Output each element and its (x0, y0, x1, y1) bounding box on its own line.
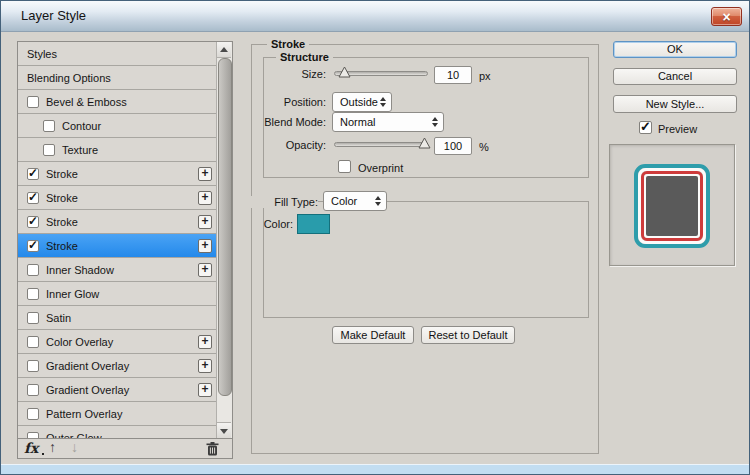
sidebar-item-texture-4[interactable]: Texture (18, 138, 217, 162)
overprint-checkbox[interactable] (338, 160, 351, 173)
sidebar-item-stroke-8[interactable]: ✓ Stroke + (18, 234, 217, 258)
sidebar-item-satin-11[interactable]: Satin (18, 306, 217, 330)
duplicate-effect-button[interactable]: + (198, 335, 212, 349)
sidebar-item-color-overlay-12[interactable]: Color Overlay + (18, 330, 217, 354)
sidebar-item-gradient-overlay-14[interactable]: Gradient Overlay + (18, 378, 217, 402)
dropdown-arrows-icon (380, 97, 386, 107)
effect-checkbox[interactable] (27, 264, 39, 276)
fx-menu-button[interactable]: fx (24, 440, 38, 456)
size-label: Size: (253, 68, 326, 80)
structure-group-title: Structure (276, 51, 333, 63)
layer-style-dialog: Layer Style × Styles Blending Options Be… (0, 0, 750, 475)
effects-toolbar: fx ↑ ↓ (17, 438, 233, 459)
size-unit: px (479, 70, 491, 82)
sidebar-item-contour-3[interactable]: Contour (18, 114, 217, 138)
opacity-unit: % (479, 141, 489, 153)
effect-checkbox[interactable] (27, 408, 39, 420)
opacity-input[interactable]: 100 (434, 137, 472, 155)
position-value: Outside (340, 96, 378, 108)
duplicate-effect-button[interactable]: + (198, 215, 212, 229)
stroke-color-swatch[interactable] (297, 214, 330, 234)
close-icon: × (722, 9, 730, 25)
effect-checkbox[interactable] (27, 288, 39, 300)
fill-type-label: Fill Type: (251, 196, 318, 208)
delete-effect-button[interactable] (206, 442, 219, 460)
duplicate-effect-button[interactable]: + (198, 263, 212, 277)
style-list-rows: Styles Blending Options Bevel & Emboss C… (18, 42, 217, 439)
blend-mode-value: Normal (340, 116, 375, 128)
effect-checkbox[interactable] (43, 144, 55, 156)
sidebar-item-stroke-6[interactable]: ✓ Stroke + (18, 186, 217, 210)
sidebar-item-label: Texture (62, 144, 98, 156)
effect-checkbox[interactable] (43, 120, 55, 132)
effect-checkbox[interactable]: ✓ (27, 192, 39, 204)
titlebar[interactable]: Layer Style × (1, 1, 749, 32)
effect-checkbox[interactable] (27, 384, 39, 396)
ok-button[interactable]: OK (613, 41, 737, 58)
position-label: Position: (253, 96, 326, 108)
scroll-up-button[interactable] (217, 42, 231, 58)
duplicate-effect-button[interactable]: + (198, 239, 212, 253)
color-label: Color: (253, 218, 293, 230)
preview-shape-fill (644, 174, 700, 238)
preview-label: Preview (658, 123, 697, 135)
fill-type-value: Color (331, 195, 357, 207)
sidebar-item-blending-options-1[interactable]: Blending Options (18, 66, 217, 90)
sidebar-item-inner-glow-10[interactable]: Inner Glow (18, 282, 217, 306)
duplicate-effect-button[interactable]: + (198, 191, 212, 205)
scroll-down-button[interactable] (217, 422, 231, 438)
blend-mode-dropdown[interactable]: Normal (332, 112, 444, 132)
sidebar-item-label: Bevel & Emboss (46, 96, 127, 108)
cancel-button[interactable]: Cancel (613, 68, 737, 85)
preview-checkbox[interactable]: ✓ (639, 121, 652, 134)
effect-checkbox[interactable] (27, 96, 39, 108)
sidebar-item-styles-0[interactable]: Styles (18, 42, 217, 66)
sidebar-item-bevel-emboss-2[interactable]: Bevel & Emboss (18, 90, 217, 114)
sidebar-item-stroke-5[interactable]: ✓ Stroke + (18, 162, 217, 186)
opacity-slider-track[interactable] (334, 142, 428, 147)
sidebar-item-label: Stroke (46, 240, 78, 252)
move-effect-up-button[interactable]: ↑ (49, 439, 56, 455)
window-title: Layer Style (21, 8, 86, 23)
effect-checkbox[interactable] (27, 312, 39, 324)
sidebar-item-label: Inner Shadow (46, 264, 114, 276)
effect-checkbox[interactable]: ✓ (27, 216, 39, 228)
dropdown-arrows-icon (375, 196, 381, 206)
scrollbar-thumb[interactable] (218, 58, 232, 396)
window-bottom-frame (1, 464, 749, 474)
preview-outer-teal-stroke (634, 164, 710, 248)
preview-white-gap (638, 168, 706, 244)
scroll-up-icon (220, 47, 228, 52)
sidebar-item-label: Blending Options (27, 72, 111, 84)
new-style-button[interactable]: New Style... (613, 95, 737, 113)
opacity-slider-thumb[interactable] (418, 135, 431, 147)
effect-checkbox[interactable] (27, 336, 39, 348)
effect-checkbox[interactable] (27, 360, 39, 372)
reset-to-default-button[interactable]: Reset to Default (421, 326, 515, 344)
make-default-button[interactable]: Make Default (332, 326, 414, 344)
duplicate-effect-button[interactable]: + (198, 167, 212, 181)
sidebar-item-stroke-7[interactable]: ✓ Stroke + (18, 210, 217, 234)
sidebar-item-pattern-overlay-15[interactable]: Pattern Overlay (18, 402, 217, 426)
dropdown-arrows-icon (432, 117, 438, 127)
blend-mode-label: Blend Mode: (253, 116, 326, 128)
duplicate-effect-button[interactable]: + (198, 359, 212, 373)
effect-checkbox[interactable]: ✓ (27, 240, 39, 252)
list-scrollbar[interactable] (216, 42, 232, 438)
sidebar-item-inner-shadow-9[interactable]: Inner Shadow + (18, 258, 217, 282)
sidebar-item-label: Stroke (46, 192, 78, 204)
fill-type-dropdown[interactable]: Color (323, 191, 387, 211)
position-dropdown[interactable]: Outside (332, 92, 392, 112)
sidebar-item-label: Pattern Overlay (46, 408, 122, 420)
duplicate-effect-button[interactable]: + (198, 383, 212, 397)
size-input[interactable]: 10 (434, 66, 472, 84)
style-preview-thumbnail (609, 144, 735, 266)
effect-checkbox[interactable]: ✓ (27, 168, 39, 180)
move-effect-down-button[interactable]: ↓ (71, 439, 78, 455)
sidebar-item-label: Satin (46, 312, 71, 324)
sidebar-item-gradient-overlay-13[interactable]: Gradient Overlay + (18, 354, 217, 378)
opacity-label: Opacity: (253, 139, 326, 151)
trash-icon (206, 442, 219, 456)
close-button[interactable]: × (711, 7, 742, 26)
size-slider-thumb[interactable] (338, 64, 351, 76)
